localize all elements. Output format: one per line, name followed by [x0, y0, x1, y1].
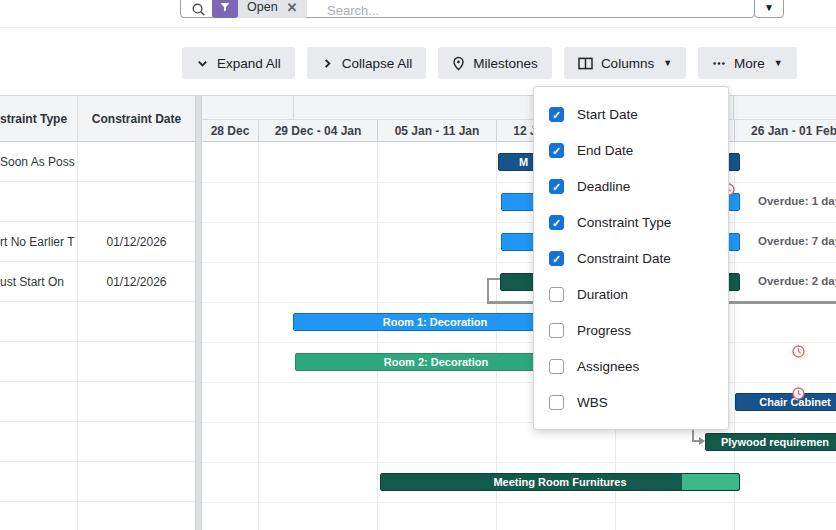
chip-close-icon[interactable]: ✕	[287, 0, 307, 15]
timeline-header-weeks: 28 Dec29 Dec - 04 Jan05 Jan - 11 Jan12 J…	[202, 120, 836, 142]
constraint-type-cell[interactable]	[0, 382, 78, 421]
button-label: More	[734, 56, 765, 71]
task-bar-plywood-requiremen[interactable]: Plywood requiremen	[705, 433, 836, 451]
deadline-clock-icon	[792, 386, 805, 399]
month-divider	[733, 96, 734, 119]
menu-item-start-date[interactable]: Start Date	[534, 96, 728, 132]
table-row[interactable]	[0, 342, 195, 382]
table-row[interactable]: ust Start On01/12/2026	[0, 262, 195, 302]
table-row[interactable]: Soon As Poss	[0, 142, 195, 182]
constraint-date-cell[interactable]	[78, 142, 195, 181]
constraint-type-cell[interactable]	[0, 462, 78, 501]
constraint-date-cell[interactable]	[78, 422, 195, 461]
checkbox-unchecked-icon[interactable]	[549, 359, 564, 374]
menu-item-progress[interactable]: Progress	[534, 312, 728, 348]
columns-icon	[578, 57, 593, 70]
constraint-date-cell[interactable]	[78, 302, 195, 341]
constraint-date-cell[interactable]	[78, 382, 195, 421]
menu-item-constraint-date[interactable]: Constraint Date	[534, 240, 728, 276]
search-input[interactable]: Open ✕ Search...	[180, 0, 755, 18]
table-row[interactable]	[0, 462, 195, 502]
checkbox-checked-icon[interactable]	[549, 143, 564, 158]
caret-down-icon: ▼	[774, 58, 783, 68]
menu-item-label: Progress	[577, 323, 631, 338]
constraint-date-cell[interactable]	[78, 502, 195, 530]
constraint-type-cell[interactable]: ust Start On	[0, 262, 78, 301]
week-header-cell: 26 Jan - 01 Feb	[734, 120, 836, 141]
collapse-all-button[interactable]: Collapse All	[307, 47, 427, 79]
checkbox-checked-icon[interactable]	[549, 215, 564, 230]
menu-item-duration[interactable]: Duration	[534, 276, 728, 312]
grid-line-horizontal	[202, 462, 836, 463]
overdue-label: Overdue: 7 day	[758, 235, 836, 247]
menu-item-end-date[interactable]: End Date	[534, 132, 728, 168]
grid-line-horizontal	[202, 262, 836, 263]
menu-item-label: Start Date	[577, 107, 638, 122]
button-label: Collapse All	[342, 56, 413, 71]
search-dropdown-button[interactable]: ▼	[754, 0, 784, 18]
table-row[interactable]: rt No Earlier T01/12/2026	[0, 222, 195, 262]
checkbox-unchecked-icon[interactable]	[549, 323, 564, 338]
expand-all-button[interactable]: Expand All	[182, 47, 295, 79]
grid-line-horizontal	[202, 422, 836, 423]
constraint-date-cell[interactable]	[78, 342, 195, 381]
pane-splitter[interactable]	[195, 96, 202, 530]
menu-item-constraint-type[interactable]: Constraint Type	[534, 204, 728, 240]
timeline-pane: 28 Dec29 Dec - 04 Jan05 Jan - 11 Jan12 J…	[202, 96, 836, 530]
task-bar-meeting-room-furnitures[interactable]: Meeting Room Furnitures	[380, 473, 740, 491]
constraint-type-cell[interactable]: Soon As Poss	[0, 142, 78, 181]
menu-item-assignees[interactable]: Assignees	[534, 348, 728, 384]
checkbox-checked-icon[interactable]	[549, 179, 564, 194]
timeline-body[interactable]: MRoom 1: DecorationRoom 2: DecorationCha…	[202, 142, 836, 530]
constraint-date-cell[interactable]	[78, 182, 195, 221]
checkbox-unchecked-icon[interactable]	[549, 287, 564, 302]
constraint-date-cell[interactable]: 01/12/2026	[78, 222, 195, 261]
constraint-type-cell[interactable]	[0, 422, 78, 461]
menu-item-label: Constraint Type	[577, 215, 671, 230]
checkbox-checked-icon[interactable]	[549, 107, 564, 122]
task-bar-label: Room 2: Decoration	[384, 356, 489, 368]
chevron-down-icon	[196, 57, 209, 70]
menu-item-deadline[interactable]: Deadline	[534, 168, 728, 204]
columns-dropdown-menu: Start DateEnd DateDeadlineConstraint Typ…	[533, 86, 729, 430]
task-bar-chair-cabinet[interactable]: Chair Cabinet	[735, 393, 836, 411]
search-placeholder: Search...	[327, 3, 379, 18]
table-row[interactable]	[0, 382, 195, 422]
checkbox-checked-icon[interactable]	[549, 251, 564, 266]
table-row[interactable]	[0, 302, 195, 342]
table-row[interactable]	[0, 182, 195, 222]
milestone-pin-icon	[452, 56, 465, 71]
task-bar-label: M	[519, 156, 528, 168]
caret-down-icon: ▼	[764, 2, 774, 13]
constraint-type-cell[interactable]: rt No Earlier T	[0, 222, 78, 261]
milestones-button[interactable]: Milestones	[438, 47, 552, 79]
constraint-type-cell[interactable]	[0, 182, 78, 221]
toolbar: Expand AllCollapse AllMilestonesColumns▼…	[182, 47, 797, 79]
checkbox-unchecked-icon[interactable]	[549, 395, 564, 410]
constraint-type-cell[interactable]	[0, 502, 78, 530]
table-row[interactable]	[0, 502, 195, 530]
task-bar-label: Meeting Room Furnitures	[493, 476, 626, 488]
column-header-constraint-type[interactable]: straint Type	[0, 96, 78, 141]
table-row[interactable]	[0, 422, 195, 462]
grid-line-vertical	[258, 142, 259, 530]
menu-item-wbs[interactable]: WBS	[534, 384, 728, 420]
week-header-cell: 05 Jan - 11 Jan	[377, 120, 496, 141]
columns-button[interactable]: Columns▼	[564, 47, 686, 79]
constraint-type-cell[interactable]	[0, 342, 78, 381]
deadline-clock-icon	[792, 344, 805, 357]
column-header-constraint-date[interactable]: Constraint Date	[78, 96, 195, 141]
menu-item-label: End Date	[577, 143, 633, 158]
dependency-line	[487, 278, 489, 302]
button-label: Milestones	[473, 56, 538, 71]
grid-line-vertical	[377, 142, 378, 530]
more-button[interactable]: More▼	[698, 47, 797, 79]
grid-line-horizontal	[202, 222, 836, 223]
constraint-date-cell[interactable]	[78, 462, 195, 501]
constraint-date-cell[interactable]: 01/12/2026	[78, 262, 195, 301]
overdue-label: Overdue: 1 day	[758, 195, 836, 207]
filter-chip-open[interactable]: Open ✕	[212, 0, 307, 18]
constraint-type-cell[interactable]	[0, 302, 78, 341]
search-icon	[191, 2, 206, 21]
button-label: Columns	[601, 56, 654, 71]
